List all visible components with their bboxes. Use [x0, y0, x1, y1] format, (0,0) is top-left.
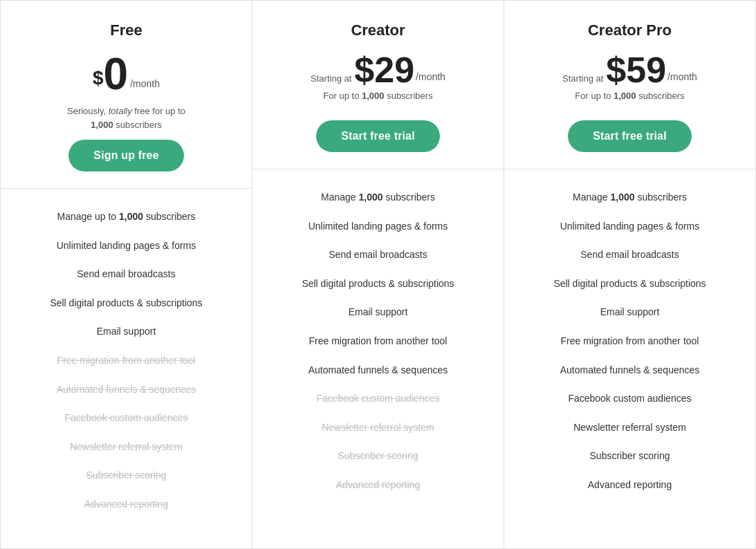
feature-item-3: Sell digital products & subscriptions: [504, 270, 755, 299]
price-amount: $29: [354, 52, 414, 88]
subscribers-note: For up to 1,000 subscribers: [518, 91, 741, 101]
price-per-month: /month: [416, 71, 445, 82]
feature-item-10: Advanced reporting: [1, 490, 252, 519]
feature-item-6: Automated funnels & sequences: [504, 356, 755, 385]
feature-item-9: Subscriber scoring: [504, 442, 755, 471]
pricing-table: Free$0/monthSeriously, totally free for …: [0, 0, 756, 549]
plan-header-free: Free$0/monthSeriously, totally free for …: [1, 1, 252, 189]
starting-at-label: Starting at: [562, 73, 603, 84]
feature-item-0: Manage up to 1,000 subscribers: [1, 203, 252, 232]
feature-item-2: Send email broadcasts: [504, 241, 755, 270]
free-price-row: $0/month: [15, 52, 238, 96]
price-amount: $59: [606, 52, 666, 88]
feature-item-1: Unlimited landing pages & forms: [1, 232, 252, 261]
feature-item-4: Email support: [252, 298, 504, 327]
price-block-free: $0/month: [15, 52, 238, 96]
cta-button-creator[interactable]: Start free trial: [316, 120, 440, 152]
feature-item-10: Advanced reporting: [504, 471, 755, 500]
plan-name-creator: Creator: [266, 21, 490, 39]
feature-item-0: Manage 1,000 subscribers: [504, 183, 755, 212]
plan-column-creator: CreatorStarting at $29/monthFor up to 1,…: [252, 1, 504, 548]
cta-button-free[interactable]: Sign up free: [68, 140, 183, 171]
price-per-month: /month: [667, 71, 697, 82]
plan-header-creator: CreatorStarting at $29/monthFor up to 1,…: [252, 1, 504, 169]
plan-name-free: Free: [15, 21, 238, 39]
feature-item-7: Facebook custom audiences: [1, 404, 252, 433]
feature-item-2: Send email broadcasts: [252, 241, 504, 270]
plan-header-creator-pro: Creator ProStarting at $59/monthFor up t…: [504, 1, 755, 169]
feature-item-5: Free migration from another tool: [1, 346, 252, 375]
feature-item-6: Automated funnels & sequences: [1, 375, 252, 404]
price-per-month: /month: [130, 78, 160, 89]
feature-item-6: Automated funnels & sequences: [252, 356, 504, 385]
feature-item-3: Sell digital products & subscriptions: [1, 289, 252, 318]
features-list-creator-pro: Manage 1,000 subscribersUnlimited landin…: [504, 169, 755, 548]
plan-column-free: Free$0/monthSeriously, totally free for …: [1, 1, 252, 548]
price-dollar-sign: $: [93, 67, 104, 89]
price-row-creator-pro: Starting at $59/month: [518, 52, 741, 88]
feature-item-9: Subscriber scoring: [252, 442, 504, 471]
feature-item-1: Unlimited landing pages & forms: [252, 212, 504, 241]
plan-column-creator-pro: Creator ProStarting at $59/monthFor up t…: [504, 1, 755, 548]
subscribers-note: For up to 1,000 subscribers: [266, 91, 490, 101]
feature-item-7: Facebook custom audiences: [252, 384, 504, 413]
price-number: 0: [104, 52, 129, 96]
feature-item-4: Email support: [1, 317, 252, 346]
feature-item-2: Send email broadcasts: [1, 260, 252, 289]
feature-item-5: Free migration from another tool: [252, 327, 504, 356]
features-list-free: Manage up to 1,000 subscribersUnlimited …: [1, 189, 252, 548]
plan-name-creator-pro: Creator Pro: [518, 21, 741, 39]
feature-item-10: Advanced reporting: [252, 471, 504, 500]
cta-button-creator-pro[interactable]: Start free trial: [568, 120, 692, 152]
feature-item-8: Newsletter referral system: [1, 433, 252, 462]
feature-item-5: Free migration from another tool: [504, 327, 755, 356]
features-list-creator: Manage 1,000 subscribersUnlimited landin…: [252, 169, 504, 548]
feature-item-7: Facebook custom audiences: [504, 384, 755, 413]
starting-at-label: Starting at: [311, 73, 351, 84]
feature-item-8: Newsletter referral system: [252, 413, 504, 443]
feature-item-4: Email support: [504, 298, 755, 327]
feature-item-0: Manage 1,000 subscribers: [252, 183, 504, 212]
price-subtitle: Seriously, totally free for up to1,000 s…: [15, 104, 238, 131]
feature-item-3: Sell digital products & subscriptions: [252, 270, 504, 299]
price-row-creator: Starting at $29/month: [266, 52, 490, 88]
feature-item-9: Subscriber scoring: [1, 461, 252, 490]
feature-item-1: Unlimited landing pages & forms: [504, 212, 755, 241]
feature-item-8: Newsletter referral system: [504, 413, 755, 443]
